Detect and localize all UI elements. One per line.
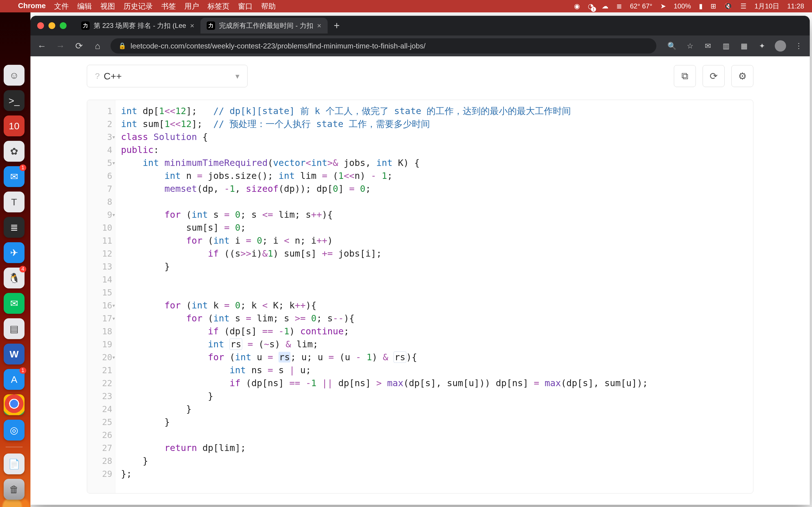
dock-qq[interactable]: 🐧4 <box>4 268 24 288</box>
browser-tab-2[interactable]: 力 完成所有工作的最短时间 - 力扣 × <box>200 18 327 34</box>
dock-textedit[interactable]: T <box>4 191 24 212</box>
code-line[interactable]: } <box>121 260 753 273</box>
browser-tab-1[interactable]: 力 第 223 场周赛 排名 - 力扣 (Lee × <box>75 18 200 34</box>
code-area[interactable]: int dp[1<<12]; // dp[k][state] 前 k 个工人，做… <box>115 100 753 493</box>
editor-layout-button[interactable]: ⧉ <box>674 65 696 87</box>
menu-tabs[interactable]: 标签页 <box>207 1 230 11</box>
code-line[interactable]: return dp[lim]; <box>121 441 753 454</box>
code-line[interactable]: int n = jobs.size(); int lim = (1<<n) - … <box>121 169 753 182</box>
code-line[interactable]: } <box>121 402 753 415</box>
tab-close-icon[interactable]: × <box>317 21 321 30</box>
editor-settings-button[interactable]: ⚙ <box>731 65 753 87</box>
code-editor[interactable]: 123▾45▾6789▾10111213141516▾17▾181920▾212… <box>87 100 753 494</box>
code-line[interactable]: if (dp[ns] == -1 || dp[ns] > max(dp[s], … <box>121 377 753 390</box>
code-line[interactable]: int ns = s | u; <box>121 363 753 377</box>
control-center-icon[interactable]: ☰ <box>741 2 747 10</box>
home-button[interactable]: ⌂ <box>92 41 103 51</box>
tab-close-icon[interactable]: × <box>190 21 194 30</box>
code-line[interactable]: }; <box>121 467 753 480</box>
code-line[interactable]: class Solution { <box>121 130 753 144</box>
code-line[interactable]: if (dp[s] == -1) continue; <box>121 325 753 338</box>
battery-percent[interactable]: 100% <box>674 2 691 10</box>
weather-temp[interactable]: 62° 67° <box>630 2 652 10</box>
fold-toggle-icon[interactable]: ▾ <box>112 159 116 166</box>
code-line[interactable]: public: <box>121 144 753 156</box>
new-tab-button[interactable]: + <box>327 20 346 32</box>
minimize-window-button[interactable] <box>49 22 55 29</box>
editor-reset-button[interactable]: ⟳ <box>703 65 725 87</box>
code-line[interactable]: for (int u = rs; u; u = (u - 1) & rs){ <box>121 351 753 363</box>
istat-icon[interactable]: ◔ <box>588 2 594 10</box>
menu-window[interactable]: 窗口 <box>238 1 253 11</box>
code-line[interactable]: for (int k = 0; k < K; k++){ <box>121 299 753 312</box>
language-selector[interactable]: ? C++ ▾ <box>87 65 248 87</box>
ext-mail-icon[interactable]: ✉ <box>703 41 713 51</box>
code-line[interactable] <box>121 429 753 441</box>
menu-history[interactable]: 历史记录 <box>123 1 153 11</box>
wechat-status-icon[interactable]: ☁ <box>602 2 608 10</box>
ext-doc-icon[interactable]: ▥ <box>721 41 731 51</box>
code-line[interactable]: int rs = (~s) & lim; <box>121 338 753 351</box>
dock-wechat[interactable]: ✉ <box>4 293 24 314</box>
fold-toggle-icon[interactable]: ▾ <box>112 302 116 309</box>
dock-terminal[interactable]: >_ <box>4 90 24 111</box>
menu-help[interactable]: 帮助 <box>261 1 276 11</box>
code-line[interactable]: } <box>121 454 753 467</box>
code-line[interactable] <box>121 195 753 208</box>
profile-avatar[interactable] <box>775 40 786 52</box>
fold-toggle-icon[interactable]: ▾ <box>112 133 116 140</box>
dock-chrome[interactable] <box>4 394 24 415</box>
dock-word[interactable]: W <box>4 344 24 364</box>
code-line[interactable]: } <box>121 390 753 402</box>
code-line[interactable] <box>121 286 753 299</box>
dock-app-store[interactable]: A1 <box>4 369 24 390</box>
extensions-icon[interactable]: ✦ <box>757 41 767 51</box>
menubar-date[interactable]: 1月10日 <box>755 2 779 11</box>
dock-preview[interactable]: ▤ <box>4 318 24 339</box>
zoom-window-button[interactable] <box>60 22 66 29</box>
code-line[interactable]: sum[s] = 0; <box>121 221 753 234</box>
back-button[interactable]: ← <box>36 41 47 51</box>
code-line[interactable]: for (int s = 0; s <= lim; s++){ <box>121 208 753 221</box>
dock-mail[interactable]: ✉1 <box>4 166 24 187</box>
code-line[interactable]: int minimumTimeRequired(vector<int>& job… <box>121 156 753 169</box>
send-icon[interactable]: ➤ <box>660 2 666 10</box>
menubar-time[interactable]: 11:28 <box>787 2 804 10</box>
code-line[interactable]: } <box>121 415 753 429</box>
close-window-button[interactable] <box>37 22 44 29</box>
fold-toggle-icon[interactable]: ▾ <box>112 354 116 361</box>
menu-view[interactable]: 视图 <box>100 1 115 11</box>
spotlight-icon[interactable]: ⊞ <box>711 2 716 10</box>
code-line[interactable]: if ((s>>i)&1) sum[s] += jobs[i]; <box>121 247 753 260</box>
volume-muted-icon[interactable]: 🔇 <box>724 2 732 10</box>
reload-button[interactable]: ⟳ <box>73 41 85 51</box>
dock-finder[interactable]: ☺ <box>4 65 24 86</box>
fold-toggle-icon[interactable]: ▾ <box>112 211 116 218</box>
dock-calendar[interactable]: 10 <box>4 115 24 136</box>
menu-bookmarks[interactable]: 书签 <box>161 1 176 11</box>
address-bar[interactable]: 🔒 leetcode-cn.com/contest/weekly-contest… <box>110 38 656 54</box>
code-line[interactable]: int dp[1<<12]; // dp[k][state] 前 k 个工人，做… <box>121 105 753 117</box>
menu-edit[interactable]: 编辑 <box>77 1 92 11</box>
ext-color-icon[interactable]: ▦ <box>739 41 749 51</box>
code-line[interactable]: memset(dp, -1, sizeof(dp)); dp[0] = 0; <box>121 182 753 195</box>
dock-sublime[interactable]: ≣ <box>4 217 24 238</box>
code-line[interactable]: for (int i = 0; i < n; i++) <box>121 234 753 247</box>
dock-telegram[interactable]: ✈ <box>4 242 24 263</box>
dock-photos[interactable]: ✿ <box>4 141 24 162</box>
code-line[interactable]: int sum[1<<12]; // 预处理：一个人执行 state 工作，需要… <box>121 117 753 130</box>
dock-trash[interactable]: 🗑 <box>4 479 24 500</box>
record-icon[interactable]: ◉ <box>574 2 580 10</box>
fold-toggle-icon[interactable]: ▾ <box>112 315 116 322</box>
dock-doc[interactable]: 📄 <box>4 453 24 474</box>
menu-app-name[interactable]: Chrome <box>18 1 46 11</box>
menu-file[interactable]: 文件 <box>54 1 69 11</box>
chrome-menu-icon[interactable]: ⋮ <box>794 41 804 51</box>
code-line[interactable]: for (int s = lim; s >= 0; s--){ <box>121 312 753 325</box>
code-line[interactable] <box>121 273 753 286</box>
zoom-icon[interactable]: 🔍 <box>666 41 677 51</box>
menu-people[interactable]: 用户 <box>185 1 199 11</box>
bookmark-star-icon[interactable]: ☆ <box>684 41 695 51</box>
dock-safari[interactable]: ◎ <box>4 420 24 441</box>
activity-icon[interactable]: ≣ <box>616 2 622 10</box>
